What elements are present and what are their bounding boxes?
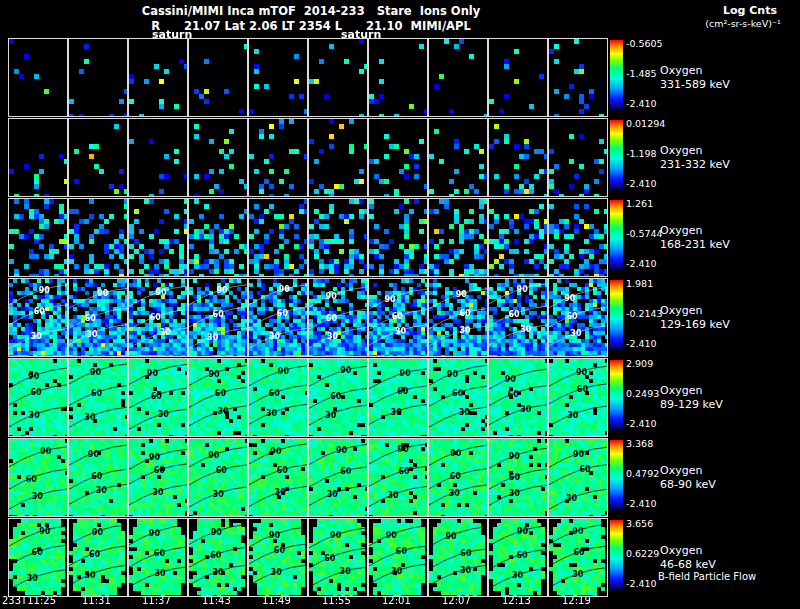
energy-range-label-row7: 46-68 keV (660, 558, 716, 571)
heatmap-panel-row3-col10 (548, 198, 608, 277)
colorbar-max-label-row6: 3.368 (626, 438, 653, 449)
heatmap-panel-row2-col7 (368, 118, 428, 197)
heatmap-panel-row3-col8 (428, 198, 488, 277)
heatmap-panel-row2-col5 (248, 118, 308, 197)
species-label-row2: Oxygen (660, 144, 702, 157)
time-tick-label-3: 11:37 (142, 595, 171, 606)
heatmap-panel-row2-col2 (68, 118, 128, 197)
time-tick-label-7: 12:01 (382, 595, 411, 606)
heatmap-panel-row3-col4 (188, 198, 248, 277)
heatmap-panel-row7-col8 (428, 518, 488, 597)
heatmap-panel-row2-col8 (428, 118, 488, 197)
heatmap-panel-row1-col6 (308, 38, 368, 117)
heatmap-panel-row5-col8 (428, 358, 488, 437)
heatmap-panel-row7-col9 (488, 518, 548, 597)
heatmap-panel-row5-col4 (188, 358, 248, 437)
heatmap-panel-row4-col3 (128, 278, 188, 357)
energy-range-label-row1: 331-589 keV (660, 78, 730, 91)
colorbar-row4 (610, 280, 623, 350)
species-label-row1: Oxygen (660, 64, 702, 77)
heatmap-panel-row1-col10 (548, 38, 608, 117)
heatmap-panel-row4-col1 (8, 278, 68, 357)
heatmap-panel-row6-col4 (188, 438, 248, 517)
colorbar-min-label-row2: -2.410 (626, 178, 657, 189)
heatmap-panel-row4-col7 (368, 278, 428, 357)
colorbar-mid-label-row3: -0.5744 (626, 228, 663, 239)
heatmap-panel-row7-col6 (308, 518, 368, 597)
species-label-row7: Oxygen (660, 544, 702, 557)
heatmap-panel-row3-col7 (368, 198, 428, 277)
heatmap-panel-row5-col9 (488, 358, 548, 437)
heatmap-panel-row3-col5 (248, 198, 308, 277)
species-label-row4: Oxygen (660, 304, 702, 317)
heatmap-panel-row4-col6 (308, 278, 368, 357)
heatmap-panel-row7-col4 (188, 518, 248, 597)
heatmap-panel-row3-col9 (488, 198, 548, 277)
energy-range-label-row3: 168-231 keV (660, 238, 730, 251)
saturn-marker-right: saturn (341, 28, 381, 41)
species-label-row6: Oxygen (660, 464, 702, 477)
colorbar-max-label-row4: 1.981 (626, 278, 653, 289)
colorbar-mid-label-row7: 0.6229 (626, 548, 659, 559)
saturn-marker-left: saturn (152, 28, 192, 41)
time-tick-label-9: 12:13 (502, 595, 531, 606)
time-tick-label-1: 233T11:25 (2, 595, 56, 606)
heatmap-panel-row6-col1 (8, 438, 68, 517)
colorbar-mid-label-row4: -0.2143 (626, 308, 663, 319)
heatmap-panel-row3-col1 (8, 198, 68, 277)
heatmap-panel-row5-col6 (308, 358, 368, 437)
heatmap-panel-row7-col2 (68, 518, 128, 597)
heatmap-panel-row1-col7 (368, 38, 428, 117)
colorbar-min-label-row5: -2.410 (626, 418, 657, 429)
heatmap-panel-row1-col1 (8, 38, 68, 117)
heatmap-panel-row5-col1 (8, 358, 68, 437)
heatmap-panel-row2-col10 (548, 118, 608, 197)
colorbar-mid-label-row6: 0.4792 (626, 468, 659, 479)
heatmap-panel-row6-col8 (428, 438, 488, 517)
heatmap-panel-row3-col3 (128, 198, 188, 277)
colorbar-min-label-row6: -2.410 (626, 498, 657, 509)
time-tick-label-8: 12:07 (442, 595, 471, 606)
inca-all-sky-display: Cassini/MIMI Inca mTOF 2014-233 Stare Io… (0, 0, 800, 609)
heatmap-panel-row4-col10 (548, 278, 608, 357)
heatmap-panel-row2-col3 (128, 118, 188, 197)
heatmap-panel-row1-col4 (188, 38, 248, 117)
time-tick-label-10: 12:19 (562, 595, 591, 606)
colorbar-row6 (610, 440, 623, 510)
heatmap-panel-row6-col10 (548, 438, 608, 517)
heatmap-panel-row4-col4 (188, 278, 248, 357)
heatmap-panel-row7-col5 (248, 518, 308, 597)
heatmap-panel-row7-col3 (128, 518, 188, 597)
heatmap-panel-row1-col3 (128, 38, 188, 117)
heatmap-panel-row2-col6 (308, 118, 368, 197)
colorbar-legend-units: (cm²-sr-s-keV)⁻¹ (688, 18, 798, 29)
bfield-particle-flow-label: B-field Particle Flow (658, 571, 756, 582)
heatmap-panel-row6-col9 (488, 438, 548, 517)
heatmap-panel-row3-col2 (68, 198, 128, 277)
time-tick-label-5: 11:49 (262, 595, 291, 606)
page-title: Cassini/MIMI Inca mTOF 2014-233 Stare Io… (0, 4, 622, 18)
heatmap-panel-row2-col9 (488, 118, 548, 197)
colorbar-row1 (610, 40, 623, 110)
heatmap-panel-row1-col9 (488, 38, 548, 117)
colorbar-row3 (610, 200, 623, 270)
heatmap-panel-row5-col3 (128, 358, 188, 437)
heatmap-panel-row4-col5 (248, 278, 308, 357)
heatmap-panel-row2-col4 (188, 118, 248, 197)
time-tick-label-2: 11:31 (82, 595, 111, 606)
heatmap-panel-row6-col7 (368, 438, 428, 517)
species-label-row3: Oxygen (660, 224, 702, 237)
heatmap-panel-row7-col10 (548, 518, 608, 597)
heatmap-panel-row4-col9 (488, 278, 548, 357)
heatmap-panel-row1-col2 (68, 38, 128, 117)
heatmap-panel-row5-col2 (68, 358, 128, 437)
heatmap-panel-row6-col5 (248, 438, 308, 517)
colorbar-max-label-row7: 3.656 (626, 518, 653, 529)
heatmap-panel-row5-col7 (368, 358, 428, 437)
heatmap-panel-row5-col10 (548, 358, 608, 437)
colorbar-mid-label-row1: -1.485 (626, 68, 657, 79)
colorbar-row7 (610, 520, 623, 590)
colorbar-min-label-row4: -2.410 (626, 338, 657, 349)
heatmap-panel-row4-col8 (428, 278, 488, 357)
energy-range-label-row6: 68-90 keV (660, 478, 716, 491)
